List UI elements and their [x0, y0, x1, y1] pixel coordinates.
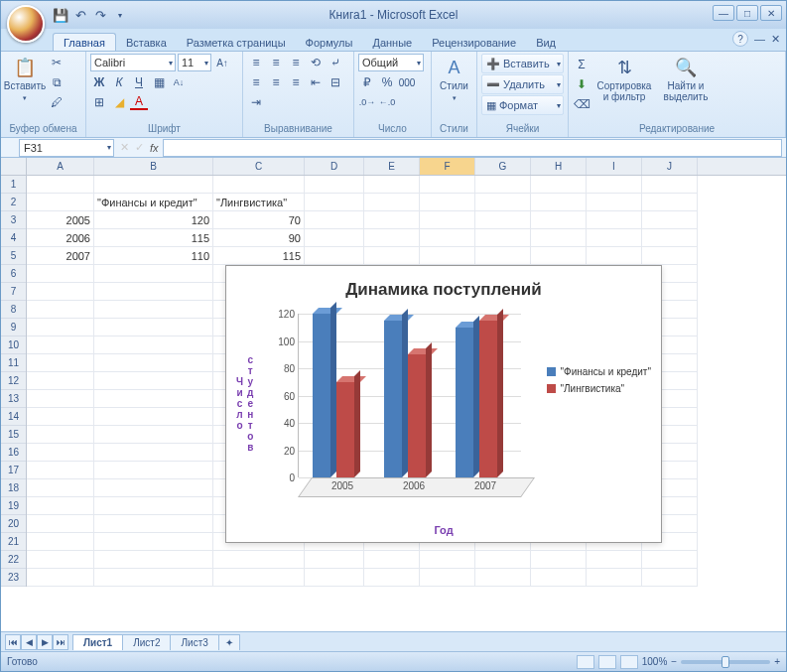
- cell[interactable]: [213, 176, 305, 194]
- italic-button[interactable]: К: [110, 73, 128, 91]
- tab-view[interactable]: Вид: [526, 34, 566, 51]
- cell[interactable]: 2005: [27, 211, 94, 229]
- cell[interactable]: [531, 229, 587, 247]
- styles-button[interactable]: A Стили▾: [436, 54, 472, 105]
- cell[interactable]: [305, 194, 364, 211]
- cell[interactable]: [587, 569, 642, 587]
- cell[interactable]: [420, 211, 475, 229]
- cell[interactable]: [420, 229, 475, 247]
- row-header[interactable]: 11: [1, 354, 26, 372]
- clear-icon[interactable]: ⌫: [573, 95, 590, 113]
- row-header[interactable]: 17: [1, 462, 26, 479]
- cell[interactable]: [420, 247, 475, 265]
- orientation-icon[interactable]: ⟲: [307, 54, 325, 71]
- cell[interactable]: [475, 194, 531, 211]
- cell[interactable]: [587, 176, 642, 194]
- cut-icon[interactable]: ✂: [48, 54, 66, 71]
- delete-cells-button[interactable]: ➖Удалить: [481, 74, 564, 94]
- column-header[interactable]: F: [420, 158, 475, 175]
- doc-close-button[interactable]: ✕: [771, 33, 780, 46]
- copy-icon[interactable]: ⧉: [48, 73, 66, 91]
- cell[interactable]: [213, 551, 305, 569]
- format-cells-button[interactable]: ▦Формат: [481, 95, 564, 115]
- sheet-nav-next[interactable]: ▶: [37, 634, 53, 650]
- align-bottom-icon[interactable]: ≡: [287, 54, 305, 71]
- font-color-icon[interactable]: A: [130, 95, 148, 110]
- cell[interactable]: [27, 354, 94, 372]
- tab-data[interactable]: Данные: [362, 34, 422, 51]
- cell[interactable]: [27, 462, 94, 479]
- row-header[interactable]: 22: [1, 551, 26, 569]
- cell[interactable]: [305, 569, 364, 587]
- cell[interactable]: "Финансы и кредит": [94, 194, 213, 211]
- currency-icon[interactable]: ₽: [358, 73, 376, 91]
- cell[interactable]: [27, 390, 94, 408]
- merge-icon[interactable]: ⊟: [327, 73, 344, 91]
- cell[interactable]: [642, 176, 698, 194]
- increase-indent-icon[interactable]: ⇥: [247, 93, 265, 111]
- cell[interactable]: [27, 533, 94, 551]
- row-header[interactable]: 19: [1, 497, 26, 515]
- sheet-tab[interactable]: Лист3: [170, 634, 218, 650]
- cell[interactable]: [27, 515, 94, 533]
- save-icon[interactable]: 💾: [53, 7, 68, 23]
- row-header[interactable]: 9: [1, 319, 26, 336]
- cell[interactable]: [420, 176, 475, 194]
- view-layout-button[interactable]: [598, 655, 616, 669]
- percent-icon[interactable]: %: [378, 73, 396, 91]
- cell[interactable]: [94, 444, 213, 462]
- sheet-tab[interactable]: Лист1: [72, 634, 123, 650]
- cell[interactable]: [642, 247, 698, 265]
- column-header[interactable]: G: [475, 158, 531, 175]
- cell[interactable]: 110: [94, 247, 213, 265]
- cell[interactable]: [27, 336, 94, 354]
- cell[interactable]: [420, 569, 475, 587]
- cell[interactable]: [587, 194, 642, 211]
- cell[interactable]: [94, 390, 213, 408]
- cell[interactable]: [587, 211, 642, 229]
- cell[interactable]: 2007: [27, 247, 94, 265]
- cell[interactable]: [364, 247, 420, 265]
- cell[interactable]: [305, 229, 364, 247]
- cell[interactable]: [27, 265, 94, 283]
- tab-insert[interactable]: Вставка: [116, 34, 177, 51]
- grow-font-icon[interactable]: A↑: [213, 54, 231, 71]
- cell[interactable]: 120: [94, 211, 213, 229]
- wrap-text-icon[interactable]: ⤶: [327, 54, 344, 71]
- cell[interactable]: [475, 551, 531, 569]
- row-header[interactable]: 13: [1, 390, 26, 408]
- fill-color-icon[interactable]: ◢: [110, 93, 128, 111]
- zoom-in-button[interactable]: +: [774, 656, 780, 667]
- cell[interactable]: [364, 229, 420, 247]
- cell[interactable]: [475, 211, 531, 229]
- office-button[interactable]: [7, 5, 45, 43]
- number-format-combo[interactable]: Общий: [358, 54, 424, 71]
- decrease-indent-icon[interactable]: ⇤: [307, 73, 325, 91]
- row-header[interactable]: 3: [1, 211, 26, 229]
- autosum-icon[interactable]: Σ: [573, 56, 590, 73]
- sheet-tab[interactable]: Лист2: [122, 634, 171, 650]
- column-header[interactable]: C: [213, 158, 305, 175]
- cell[interactable]: [94, 533, 213, 551]
- cell[interactable]: [94, 497, 213, 515]
- cell[interactable]: [475, 229, 531, 247]
- redo-icon[interactable]: ↷: [92, 7, 108, 23]
- cell[interactable]: [27, 497, 94, 515]
- cell[interactable]: [94, 283, 213, 301]
- row-header[interactable]: 5: [1, 247, 26, 265]
- find-select-button[interactable]: 🔍 Найти и выделить: [658, 54, 714, 104]
- cell[interactable]: [642, 229, 698, 247]
- sheet-nav-prev[interactable]: ◀: [21, 634, 37, 650]
- column-header[interactable]: J: [642, 158, 698, 175]
- cell[interactable]: 115: [94, 229, 213, 247]
- cell[interactable]: [94, 551, 213, 569]
- bold-button[interactable]: Ж: [90, 73, 108, 91]
- cell[interactable]: [94, 319, 213, 336]
- cell[interactable]: [531, 194, 587, 211]
- cell[interactable]: [27, 372, 94, 390]
- insert-cells-button[interactable]: ➕Вставить: [481, 54, 564, 73]
- cell[interactable]: [27, 569, 94, 587]
- cell[interactable]: [475, 176, 531, 194]
- close-button[interactable]: ✕: [760, 5, 782, 21]
- row-header[interactable]: 12: [1, 372, 26, 390]
